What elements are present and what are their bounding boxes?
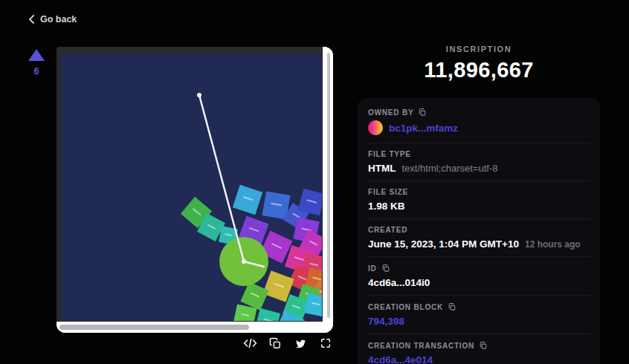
vertical-scrollbar[interactable] (323, 47, 333, 333)
created-relative-time: 12 hours ago (525, 239, 581, 250)
upvote-icon[interactable] (28, 49, 45, 61)
vote-widget: 6 (27, 49, 46, 77)
owner-avatar (368, 120, 383, 135)
copy-creation-block-icon[interactable] (448, 302, 457, 311)
file-size-value: 1.98 KB (368, 201, 405, 212)
horizontal-scrollbar-thumb[interactable] (59, 325, 249, 330)
id-section: ID 4cd6a...014i0 (367, 257, 591, 296)
horizontal-scrollbar[interactable] (57, 322, 323, 333)
owned-by-label: OWNED BY (368, 108, 413, 117)
art-circle (219, 237, 268, 286)
view-source-icon[interactable] (242, 336, 257, 351)
created-label: CREATED (368, 226, 407, 234)
file-size-section: FILE SIZE 1.98 KB (367, 181, 591, 219)
owned-by-section: OWNED BY bc1pk...mfamz (367, 98, 591, 143)
copy-owner-icon[interactable] (418, 108, 427, 117)
vertical-scrollbar-thumb[interactable] (327, 53, 330, 318)
owner-address-link[interactable]: bc1pk...mfamz (389, 123, 458, 134)
copy-id-icon[interactable] (381, 264, 390, 273)
creation-transaction-label: CREATION TRANSACTION (368, 342, 474, 350)
created-value: June 15, 2023, 1:04 PM GMT+10 (368, 238, 519, 250)
preview-toolbar (57, 336, 333, 351)
creation-block-label: CREATION BLOCK (368, 303, 443, 311)
id-value: 4cd6a...014i0 (368, 277, 430, 288)
details-card: OWNED BY bc1pk...mfamz FILE TYPE HTML te… (358, 98, 600, 364)
inscription-preview-frame[interactable] (57, 47, 333, 333)
id-label: ID (368, 264, 377, 273)
art-square (233, 185, 262, 215)
file-type-mime: text/html;charset=utf-8 (402, 163, 498, 174)
creation-transaction-section: CREATION TRANSACTION 4cd6a...4e014 (367, 334, 591, 364)
file-type-label: FILE TYPE (368, 150, 411, 158)
creation-block-link[interactable]: 794,398 (368, 316, 404, 327)
fullscreen-icon[interactable] (318, 336, 333, 351)
chevron-left-icon (28, 15, 35, 24)
file-size-label: FILE SIZE (368, 188, 408, 196)
artwork-canvas (61, 53, 322, 321)
creation-transaction-link[interactable]: 4cd6a...4e014 (368, 354, 433, 364)
creation-block-section: CREATION BLOCK 794,398 (367, 296, 591, 334)
art-square (255, 308, 280, 321)
go-back-link[interactable]: Go back (28, 14, 77, 25)
created-section: CREATED June 15, 2023, 1:04 PM GMT+10 12… (367, 219, 591, 257)
file-type-section: FILE TYPE HTML text/html;charset=utf-8 (367, 143, 591, 181)
vote-count: 6 (27, 66, 46, 77)
copy-creation-transaction-icon[interactable] (479, 341, 488, 350)
inscription-number: 11,896,667 (358, 58, 600, 82)
inscription-label: INSCRIPTION (358, 45, 600, 53)
inscription-header: INSCRIPTION 11,896,667 (358, 45, 600, 82)
file-type-value: HTML (368, 163, 396, 174)
go-back-label: Go back (40, 14, 77, 25)
copy-icon[interactable] (268, 336, 283, 351)
twitter-icon[interactable] (293, 336, 308, 351)
